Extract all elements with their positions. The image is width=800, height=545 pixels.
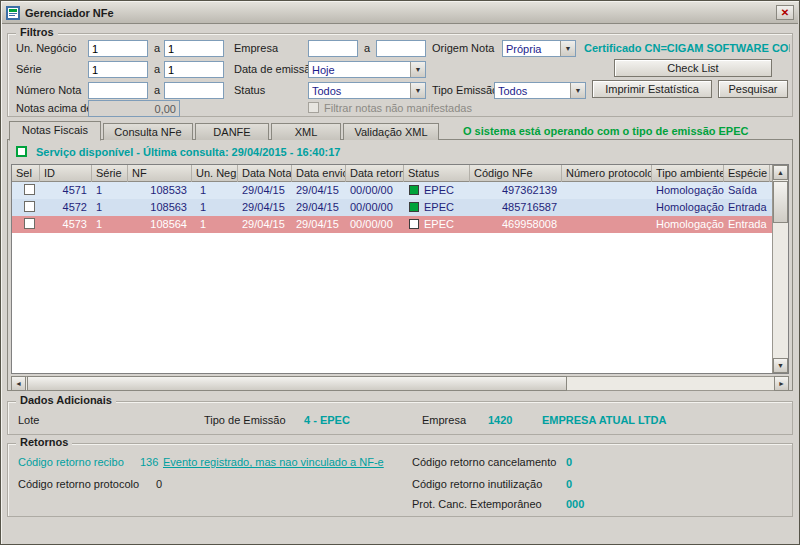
- retorno-recibo-link[interactable]: Evento registrado, mas nao vinculado a N…: [163, 454, 384, 470]
- prot-canc-extemporaneo-label: Prot. Canc. Extemporâneo: [412, 496, 542, 512]
- vertical-scroll-thumb[interactable]: [773, 181, 788, 223]
- retorno-recibo-codigo: 136: [140, 454, 158, 470]
- retorno-protocolo-value: 0: [156, 476, 162, 492]
- chevron-down-icon: ▼: [410, 83, 425, 98]
- col-header-status[interactable]: Status: [404, 165, 470, 182]
- tab-validacao-xml[interactable]: Validação XML: [343, 123, 439, 140]
- retorno-protocolo-label: Código retorno protocolo: [18, 476, 139, 492]
- cell-status: EPEC: [404, 199, 470, 216]
- horizontal-scroll-thumb[interactable]: [27, 376, 567, 391]
- chevron-down-icon: ▼: [410, 62, 425, 77]
- serie-to-input[interactable]: [164, 61, 224, 78]
- scroll-left-button[interactable]: ◄: [11, 376, 26, 391]
- tipo-emissao-select[interactable]: Todos ▼: [494, 82, 586, 99]
- col-header-id[interactable]: ID: [40, 165, 92, 182]
- col-header-data-nota[interactable]: Data Nota: [238, 165, 292, 182]
- dados-adicionais-group: Dados Adicionais Lote Tipo de Emissão 4 …: [7, 401, 793, 435]
- horizontal-scrollbar[interactable]: ◄ ►: [11, 376, 789, 391]
- cell-serie: 1: [92, 182, 128, 199]
- col-header-numero-protocolo[interactable]: Número protocolo: [562, 165, 652, 182]
- cell-id: 4572: [40, 199, 92, 216]
- notas-grid: Sel ID Série NF Un. Neg. Data Nota Data …: [11, 164, 789, 374]
- serie-from-input[interactable]: [88, 61, 148, 78]
- cell-data-envio: 29/04/15: [292, 182, 346, 199]
- tab-danfe[interactable]: DANFE: [195, 123, 269, 140]
- retorno-recibo-label: Código retorno recibo: [18, 454, 124, 470]
- empresa-to-input[interactable]: [376, 40, 426, 57]
- cell-codigo-nfe: 469958008: [470, 216, 562, 233]
- cell-numero-protocolo: [562, 199, 652, 216]
- cell-tipo-ambiente: Homologação: [652, 216, 724, 233]
- cell-serie: 1: [92, 216, 128, 233]
- data-emissao-select[interactable]: Hoje ▼: [308, 61, 426, 78]
- retornos-group: Retornos Código retorno recibo 136 Event…: [7, 443, 793, 517]
- col-header-nf[interactable]: NF: [128, 165, 192, 182]
- empresa-from-input[interactable]: [308, 40, 358, 57]
- scroll-down-button[interactable]: ▼: [773, 358, 788, 373]
- un-negocio-from-input[interactable]: [88, 40, 148, 57]
- cell-especie: Entrada: [724, 216, 770, 233]
- col-header-data-envio[interactable]: Data envio: [292, 165, 346, 182]
- tab-consulta-nfe[interactable]: Consulta NFe: [103, 123, 193, 140]
- cell-id: 4571: [40, 182, 92, 199]
- col-header-codigo-nfe[interactable]: Código NFe: [470, 165, 562, 182]
- empresa-nome-value: EMPRESA ATUAL LTDA: [542, 412, 666, 428]
- pesquisar-button[interactable]: Pesquisar: [718, 80, 788, 98]
- scroll-up-button[interactable]: ▲: [773, 165, 788, 180]
- status-square-icon: [409, 219, 419, 229]
- cell-numero-protocolo: [562, 182, 652, 199]
- service-status-icon: [16, 146, 27, 157]
- cell-serie: 1: [92, 199, 128, 216]
- status-text: EPEC: [424, 184, 454, 196]
- un-negocio-label: Un. Negócio: [16, 40, 77, 56]
- cell-nf: 108533: [128, 182, 192, 199]
- origem-nota-select[interactable]: Própria ▼: [502, 40, 576, 57]
- cell-codigo-nfe: 497362139: [470, 182, 562, 199]
- cell-especie: Entrada: [724, 199, 770, 216]
- scroll-right-button[interactable]: ►: [774, 376, 789, 391]
- col-header-serie[interactable]: Série: [92, 165, 128, 182]
- serie-label: Série: [16, 61, 42, 77]
- row-checkbox[interactable]: [24, 184, 35, 195]
- cell-data-retorno: 00/00/00: [346, 182, 404, 199]
- vertical-scrollbar[interactable]: ▲ ▼: [772, 165, 788, 373]
- row-checkbox[interactable]: [24, 218, 35, 229]
- numero-nota-from-input[interactable]: [88, 82, 148, 99]
- imprimir-estatistica-button[interactable]: Imprimir Estatística: [592, 80, 712, 98]
- row-checkbox[interactable]: [24, 201, 35, 212]
- col-header-data-retorno[interactable]: Data retorno: [346, 165, 404, 182]
- app-window: Gerenciador NFe ✕ Filtros Un. Negócio a …: [0, 0, 800, 545]
- cell-un-neg: 1: [192, 182, 238, 199]
- titlebar: Gerenciador NFe ✕: [2, 2, 798, 24]
- prot-canc-extemporaneo-value: 000: [566, 496, 584, 512]
- cell-data-envio: 29/04/15: [292, 199, 346, 216]
- col-header-sel[interactable]: Sel: [12, 165, 40, 182]
- tab-xml[interactable]: XML: [271, 123, 341, 140]
- col-header-especie[interactable]: Espécie: [724, 165, 770, 182]
- tipo-emissao-label: Tipo Emissão: [432, 82, 498, 98]
- cell-id: 4573: [40, 216, 92, 233]
- col-header-un-neg[interactable]: Un. Neg.: [192, 165, 238, 182]
- close-button[interactable]: ✕: [776, 5, 794, 20]
- cell-nf: 108564: [128, 216, 192, 233]
- table-row[interactable]: 4571 1 108533 1 29/04/15 29/04/15 00/00/…: [12, 182, 788, 199]
- table-row[interactable]: 4572 1 108563 1 29/04/15 29/04/15 00/00/…: [12, 199, 788, 216]
- cell-data-nota: 29/04/15: [238, 182, 292, 199]
- un-negocio-to-input[interactable]: [164, 40, 224, 57]
- status-select[interactable]: Todos ▼: [308, 82, 426, 99]
- check-list-button[interactable]: Check List: [614, 59, 772, 77]
- tab-notas-fiscais[interactable]: Notas Fiscais: [9, 121, 101, 141]
- data-emissao-label: Data de emissão: [234, 61, 317, 77]
- cell-data-nota: 29/04/15: [238, 216, 292, 233]
- origem-nota-value: Própria: [503, 43, 560, 55]
- col-header-tipo-ambiente[interactable]: Tipo ambiente: [652, 165, 724, 182]
- empresa-label: Empresa: [234, 40, 278, 56]
- cell-status: EPEC: [404, 216, 470, 233]
- filtrar-manifestadas-checkbox[interactable]: [308, 102, 319, 113]
- numero-nota-to-input[interactable]: [164, 82, 224, 99]
- range-separator: a: [154, 40, 160, 56]
- table-row-selected[interactable]: 4573 1 108564 1 29/04/15 29/04/15 00/00/…: [12, 216, 788, 233]
- range-separator: a: [154, 82, 160, 98]
- range-separator: a: [154, 61, 160, 77]
- row-select-cell: [12, 199, 40, 216]
